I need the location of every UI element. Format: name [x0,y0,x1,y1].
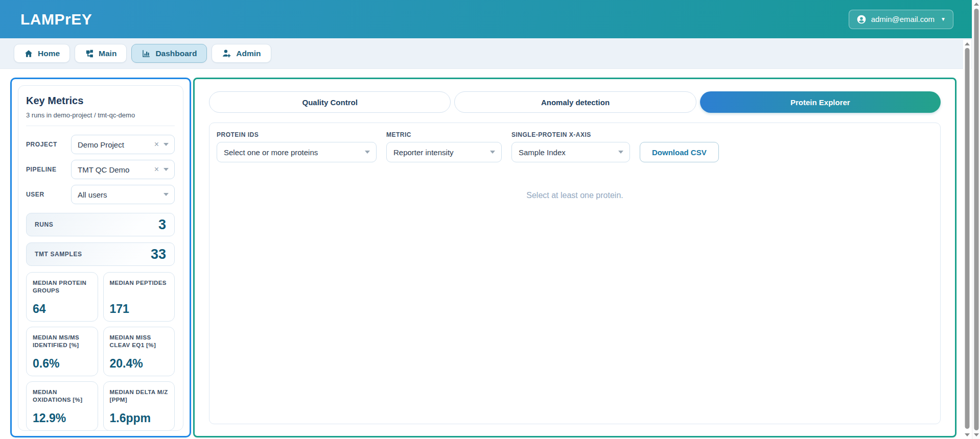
nav-label: Main [99,49,116,58]
empty-state-message: Select at least one protein. [217,191,933,200]
chevron-down-icon [618,151,623,154]
outer-scrollbar[interactable] [972,0,980,439]
stat-value: 3 [158,217,166,233]
metric-value: 12.9% [33,411,91,425]
user-icon [856,14,867,25]
control-x-axis: SINGLE-PROTEIN X-AXIS Sample Index [511,131,630,162]
clear-icon[interactable]: × [154,140,159,149]
key-metrics-title: Key Metrics [26,95,175,107]
app-root: LAMPrEY admin@email.com ▼ Home Main [0,0,980,439]
tab-label: Anomaly detection [541,98,610,107]
clear-icon[interactable]: × [154,165,159,174]
scrollbar-thumb[interactable] [965,48,970,429]
tab-label: Quality Control [302,98,357,107]
tab-protein-explorer[interactable]: Protein Explorer [700,91,941,113]
caret-down-icon: ▼ [941,16,946,22]
inner-scrollbar[interactable] [963,40,971,439]
nav-item-dashboard[interactable]: Dashboard [131,44,207,63]
pipeline-select-value: TMT QC Demo [78,165,154,174]
nav-item-home[interactable]: Home [14,44,70,63]
metric-card: MEDIAN DELTA M/Z [PPM] 1.6ppm [103,381,175,431]
user-email: admin@email.com [871,15,935,23]
project-label: PROJECT [26,141,71,148]
metric-label: METRIC [386,131,502,138]
control-download: Download CSV [640,142,719,162]
bar-chart-icon [142,49,151,58]
protein-explorer-card: PROTEIN IDS Select one or more proteins … [209,123,941,424]
tabs: Quality Control Anomaly detection Protei… [209,91,941,113]
metric-value: 0.6% [33,357,91,371]
filter-row-pipeline: PIPELINE TMT QC Demo × [26,160,175,179]
download-csv-button[interactable]: Download CSV [640,142,719,162]
metric-value: 171 [110,302,169,316]
x-axis-label: SINGLE-PROTEIN X-AXIS [511,131,630,138]
control-protein-ids: PROTEIN IDS Select one or more proteins [217,131,377,162]
scroll-up-icon[interactable] [974,3,979,6]
protein-ids-value: Select one or more proteins [224,148,365,157]
main-panel: Quality Control Anomaly detection Protei… [193,78,956,437]
metric-card: MEDIAN OXIDATIONS [%] 12.9% [26,381,98,431]
metric-label: MEDIAN MISS CLEAV EQ1 [%] [110,334,169,349]
home-icon [24,49,33,58]
metric-label: MEDIAN MS/MS IDENTIFIED [%] [33,334,91,349]
stat-tile-tmt-samples: TMT SAMPLES 33 [26,242,175,266]
key-metrics-panel: Key Metrics 3 runs in demo-project / tmt… [10,78,191,437]
stat-value: 33 [151,247,166,262]
chevron-down-icon [164,193,169,196]
scrollbar-thumb[interactable] [974,9,978,430]
navbar: Home Main Dashboard Admin [0,38,980,69]
key-metrics-card: Key Metrics 3 runs in demo-project / tmt… [18,85,183,431]
nav-label: Home [38,49,60,58]
nav-label: Admin [236,49,261,58]
metric-label: MEDIAN PROTEIN GROUPS [33,279,91,295]
metric-value: 64 [33,302,91,316]
scroll-up-icon[interactable] [965,42,970,45]
tab-label: Protein Explorer [790,98,850,107]
chevron-down-icon [365,151,370,154]
metric-label: MEDIAN PEPTIDES [110,279,169,287]
tab-quality-control[interactable]: Quality Control [209,91,451,113]
metric-card: MEDIAN MS/MS IDENTIFIED [%] 0.6% [26,327,98,376]
stats-section: RUNS 3 TMT SAMPLES 33 [26,213,175,266]
x-axis-value: Sample Index [519,148,618,157]
metric-cards-grid: MEDIAN PROTEIN GROUPS 64 MEDIAN PEPTIDES… [26,272,175,431]
user-label: USER [26,191,71,198]
pipeline-select[interactable]: TMT QC Demo × [71,160,175,179]
metric-card: MEDIAN PEPTIDES 171 [103,272,175,322]
metric-value: Reporter intensity [393,148,490,157]
filter-row-user: USER All users [26,185,175,204]
protein-ids-label: PROTEIN IDS [217,131,377,138]
protein-ids-select[interactable]: Select one or more proteins [217,142,377,162]
filter-row-project: PROJECT Demo Project × [26,135,175,154]
metric-card: MEDIAN PROTEIN GROUPS 64 [26,272,98,322]
tab-anomaly-detection[interactable]: Anomaly detection [454,91,696,113]
metric-select[interactable]: Reporter intensity [386,142,502,162]
scroll-down-icon[interactable] [974,433,979,436]
nav-label: Dashboard [155,49,197,58]
stat-label: TMT SAMPLES [35,251,82,258]
project-select-value: Demo Project [78,140,154,149]
x-axis-select[interactable]: Sample Index [511,142,630,162]
chevron-down-icon [164,168,169,171]
header: LAMPrEY admin@email.com ▼ [0,0,980,38]
project-select[interactable]: Demo Project × [71,135,175,154]
app-title: LAMPrEY [20,11,92,28]
metric-value: 20.4% [110,357,169,371]
metric-card: MEDIAN MISS CLEAV EQ1 [%] 20.4% [103,327,175,376]
metric-label: MEDIAN OXIDATIONS [%] [33,388,91,404]
divider [26,126,175,126]
user-menu-button[interactable]: admin@email.com ▼ [849,10,953,29]
scroll-down-icon[interactable] [965,433,970,436]
user-select-value: All users [78,190,164,199]
key-metrics-subtitle: 3 runs in demo-project / tmt-qc-demo [26,111,175,119]
stat-tile-runs: RUNS 3 [26,213,175,236]
nav-item-admin[interactable]: Admin [212,44,271,63]
metric-label: MEDIAN DELTA M/Z [PPM] [110,388,169,404]
user-select[interactable]: All users [71,185,175,204]
chevron-down-icon [164,143,169,146]
metric-value: 1.6ppm [110,411,169,425]
admin-user-gear-icon [222,48,231,58]
nav-item-main[interactable]: Main [75,44,127,63]
control-metric: METRIC Reporter intensity [386,131,502,162]
explorer-controls: PROTEIN IDS Select one or more proteins … [217,131,933,162]
